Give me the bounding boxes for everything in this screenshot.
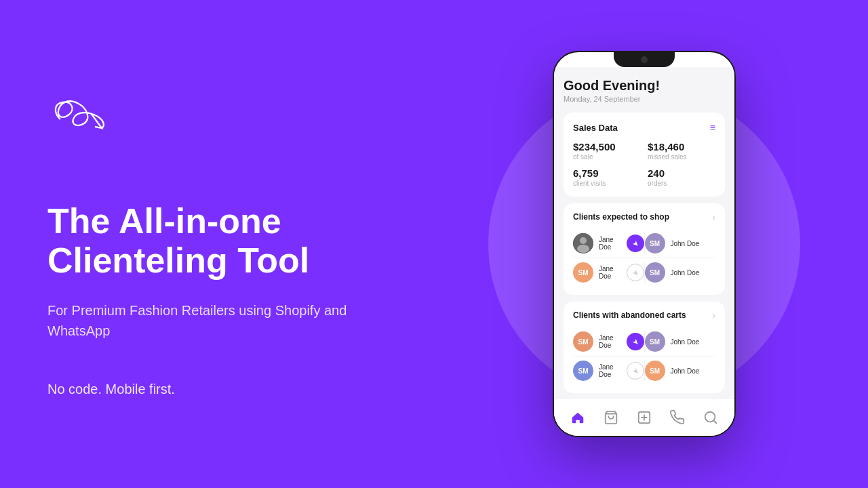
sales-data-title: Sales Data — [573, 123, 618, 133]
nav-phone[interactable] — [665, 405, 690, 430]
client-name: Jane Doe — [599, 363, 621, 378]
svg-point-2 — [577, 245, 589, 253]
nav-bag[interactable] — [599, 405, 623, 430]
section-title-1: Clients with abandoned carts — [573, 310, 686, 320]
tagline: No code. Mobile first. — [47, 382, 373, 397]
send-button[interactable]: ➤ — [627, 235, 644, 252]
avatar: SM — [645, 331, 665, 352]
client-half: SM Jane Doe ➤ — [573, 262, 644, 283]
send-icon: ➤ — [631, 267, 642, 278]
avatar — [573, 233, 593, 253]
bottom-nav — [554, 398, 734, 436]
client-half: SM John Doe — [645, 262, 716, 283]
sales-label-2: client visits — [573, 180, 641, 187]
avatar: SM — [573, 262, 593, 283]
phone-camera — [641, 56, 648, 63]
client-row: SM Jane Doe ➤ SM John Doe — [573, 357, 715, 385]
greeting-text: Good Evening! — [564, 78, 725, 94]
section-expected-to-shop: Clients expected to shop › Jane Doe — [564, 203, 725, 295]
client-half: SM John Doe — [645, 361, 716, 381]
sales-item-0: $234,500 of sale — [573, 141, 641, 161]
client-half: SM John Doe — [645, 233, 716, 253]
sales-value-0: $234,500 — [573, 141, 641, 152]
nav-search[interactable] — [698, 405, 723, 430]
nav-home[interactable] — [566, 405, 590, 430]
sales-item-2: 6,759 client visits — [573, 167, 641, 187]
sales-grid: $234,500 of sale $18,460 missed sales 6,… — [573, 141, 715, 187]
client-name: John Doe — [671, 269, 700, 277]
sales-value-1: $18,460 — [648, 141, 715, 152]
filter-icon[interactable]: ≡ — [710, 122, 715, 133]
phone-mockup: Good Evening! Monday, 24 September Sales… — [553, 51, 736, 437]
client-half: SM John Doe — [645, 331, 716, 352]
section-title-0: Clients expected to shop — [573, 212, 669, 222]
sales-data-card: Sales Data ≡ $234,500 of sale $18,460 mi… — [564, 113, 725, 197]
section-abandoned-carts: Clients with abandoned carts › SM Jane D… — [564, 302, 725, 393]
subheadline: For Premium Fashion Retailers using Shop… — [47, 300, 373, 341]
client-row: SM Jane Doe ➤ SM John Doe — [573, 258, 715, 287]
client-name: Jane Doe — [599, 334, 621, 349]
logo — [47, 91, 373, 134]
svg-point-1 — [580, 237, 587, 244]
left-panel: The All-in-one Clienteling Tool For Prem… — [0, 50, 420, 437]
sales-label-0: of sale — [573, 153, 641, 161]
client-half: Jane Doe ➤ — [573, 233, 644, 253]
client-row: Jane Doe ➤ SM John Doe — [573, 229, 715, 258]
phone-screen[interactable]: Good Evening! Monday, 24 September Sales… — [554, 67, 734, 436]
send-icon: ➤ — [631, 238, 642, 249]
client-name: John Doe — [671, 367, 700, 375]
chevron-abandoned[interactable]: › — [712, 310, 715, 321]
client-name: John Doe — [671, 338, 700, 346]
chevron-expected[interactable]: › — [712, 211, 715, 222]
avatar: SM — [645, 233, 665, 253]
nav-add[interactable] — [632, 405, 656, 430]
sales-label-1: missed sales — [648, 153, 715, 161]
client-name: Jane Doe — [599, 265, 621, 280]
send-icon: ➤ — [631, 365, 642, 376]
send-button[interactable]: ➤ — [627, 362, 644, 380]
avatar: SM — [573, 331, 593, 352]
date-text: Monday, 24 September — [564, 95, 725, 103]
sales-item-1: $18,460 missed sales — [648, 141, 715, 161]
send-icon: ➤ — [631, 336, 642, 347]
client-name: John Doe — [671, 240, 700, 247]
client-half: SM Jane Doe ➤ — [573, 331, 644, 352]
send-button[interactable]: ➤ — [627, 333, 644, 350]
phone-notch — [614, 52, 675, 67]
avatar: SM — [573, 361, 593, 381]
sales-value-2: 6,759 — [573, 167, 641, 179]
right-panel: Good Evening! Monday, 24 September Sales… — [420, 51, 868, 437]
client-row: SM Jane Doe ➤ SM John Doe — [573, 327, 715, 357]
client-name: Jane Doe — [599, 236, 621, 251]
headline: The All-in-one Clienteling Tool — [47, 202, 373, 279]
sales-value-3: 240 — [648, 167, 715, 179]
avatar: SM — [645, 361, 665, 381]
sales-label-3: orders — [648, 180, 715, 187]
sales-item-3: 240 orders — [648, 167, 715, 187]
avatar: SM — [645, 262, 665, 283]
client-half: SM Jane Doe ➤ — [573, 361, 644, 381]
send-button[interactable]: ➤ — [627, 264, 644, 281]
